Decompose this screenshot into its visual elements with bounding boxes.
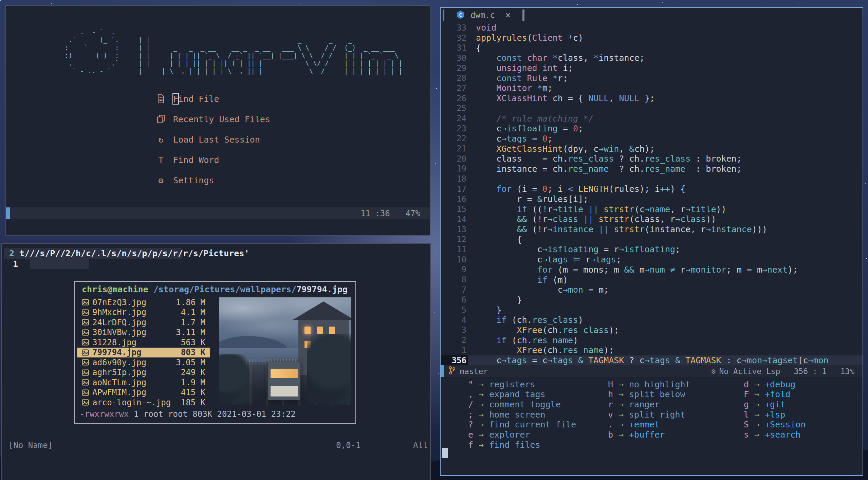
code-line: 13 && (!r→instance || strstr(instance, r… <box>441 224 863 235</box>
arrow-icon: → <box>754 380 759 389</box>
code-text: unsigned int i; <box>476 63 573 73</box>
menu-item-recently-used-files[interactable]: Recently Used Files <box>155 109 430 129</box>
menu-item-label: Load Last Session <box>173 135 260 145</box>
line-number: 25 <box>441 104 468 113</box>
file-row-799794.jpg[interactable]: 799794.jpg803 K <box>77 348 210 358</box>
whichkey-label: +fold <box>765 389 790 399</box>
whichkey-label: expand tags <box>489 389 546 399</box>
code-area[interactable]: 33void32applyrules(Client *c)31{30 const… <box>441 23 863 365</box>
panel-path: /storag/Pictures/wallpapers/ <box>148 284 297 294</box>
code-line: 19 instance = ch.res_name ? ch.res_name … <box>441 164 863 174</box>
menu-item-find-word[interactable]: TFind Word <box>155 150 430 170</box>
whichkey-key: s <box>716 430 749 440</box>
line-number: 32 <box>441 33 468 43</box>
whichkey-label: explorer <box>489 430 530 440</box>
whichkey-label: split right <box>629 410 685 420</box>
preview-tree-right <box>307 334 351 405</box>
image-file-icon <box>82 369 89 376</box>
arrow-icon: → <box>618 380 624 389</box>
file-size: 249 K <box>181 368 210 377</box>
whichkey-key: ? <box>441 420 473 429</box>
file-row-ad6v90y.jpg[interactable]: ad6v90y.jpg3.05 M <box>77 357 210 368</box>
file-name: 07nEzQ3.jpg <box>92 298 146 307</box>
arrow-icon: → <box>479 440 484 450</box>
window-lunarvim-dashboard[interactable]: . - ` . .` (_ `. | | _ _ _ : ` : | | _ _… <box>5 5 430 236</box>
code-text: XClassHint ch = { NULL, NULL }; <box>476 93 655 103</box>
whichkey-key: l <box>716 410 749 420</box>
whichkey-label: +buffer <box>629 430 665 440</box>
line2-highlight <box>30 259 89 269</box>
file-preview-panel: chris@machine /storag/Pictures/wallpaper… <box>74 281 356 424</box>
code-line: 2 if (ch.res_name) <box>441 335 863 345</box>
file-row-aoNcTLm.jpg[interactable]: aoNcTLm.jpg1.9 M <box>77 377 210 388</box>
file-size: 3.05 M <box>176 358 210 367</box>
word-icon: T <box>155 155 166 165</box>
code-text: if (m) <box>476 275 568 285</box>
whichkey-label: +emmet <box>629 420 660 429</box>
menu-item-load-last-session[interactable]: ↻Load Last Session <box>155 129 430 150</box>
whichkey-binding-F: F→+fold <box>716 389 849 400</box>
tab-dwm-c[interactable]: C dwm.c × <box>456 10 511 21</box>
code-line: 12 { <box>441 234 863 244</box>
line-col-position: 356 : 1 <box>794 367 827 376</box>
file-row-07nEzQ3.jpg[interactable]: 07nEzQ3.jpg1.86 M <box>77 297 210 308</box>
file-row-24LrDFQ.jpg[interactable]: 24LrDFQ.jpg1.7 M <box>77 317 210 328</box>
git-branch-icon <box>449 366 456 376</box>
line-number: 5 <box>441 305 468 315</box>
file-size: 415 K <box>181 388 210 397</box>
line-number: 13 <box>441 225 468 234</box>
file-row-aghr5Ip.jpg[interactable]: aghr5Ip.jpg249 K <box>77 368 210 378</box>
whichkey-key: ; <box>441 410 473 420</box>
whichkey-label: registers <box>489 380 535 389</box>
image-file-icon <box>82 309 89 316</box>
window-terminal-filepicker[interactable]: 2 t///s/P//2/h/c/.l/s/n/s/p/p/s/r/r/s/Pi… <box>1 243 431 480</box>
file-size: 1.9 M <box>181 378 210 387</box>
lunarvim-ascii-logo: . - ` . .` (_ `. | | _ _ _ : ` : | | _ _… <box>53 28 430 75</box>
code-line: 14 && (!r→class || strstr(class, r→class… <box>441 214 863 224</box>
window-editor-dwm[interactable]: C dwm.c × 33void32applyrules(Client *c)3… <box>440 7 863 476</box>
tab-close-icon[interactable]: × <box>505 11 511 20</box>
file-row-31228.jpg[interactable]: 31228.jpg563 K <box>77 337 210 348</box>
dashboard-menu: Find FileRecently Used Files↻Load Last S… <box>155 89 430 190</box>
whichkey-label: no highlight <box>629 380 690 389</box>
file-size: 1.86 M <box>176 298 210 307</box>
code-text: { <box>476 235 522 244</box>
menu-item-settings[interactable]: ⚙Settings <box>155 170 430 190</box>
cmdline-row: 2 t///s/P//2/h/c/.l/s/n/s/p/p/s/r/r/s/Pi… <box>2 248 249 258</box>
code-text: Monitor *m; <box>476 83 553 93</box>
line-number: 22 <box>441 134 468 143</box>
terminal-statusline: [No Name] 0,0-1 All <box>2 440 430 451</box>
arrow-icon: → <box>479 380 484 389</box>
line-number: 3 <box>441 325 468 335</box>
file-size: 4.1 M <box>181 308 210 317</box>
file-size: 563 K <box>181 338 210 347</box>
whichkey-binding-s: s→+search <box>716 430 849 440</box>
menu-item-label: Settings <box>173 176 214 185</box>
file-row-9hMxcHr.jpg[interactable]: 9hMxcHr.jpg4.1 M <box>77 308 210 318</box>
cmdline-line-number: 2 <box>9 248 14 258</box>
line-number: 23 <box>441 124 468 133</box>
preview-tree-left <box>219 354 250 405</box>
whichkey-key: / <box>441 400 473 409</box>
whichkey-label: +debug <box>765 380 795 389</box>
code-line: 31{ <box>441 43 863 53</box>
file-row-30iNVBw.jpg[interactable]: 30iNVBw.jpg3.11 M <box>77 328 210 338</box>
file-row-arco-login-~.jpg[interactable]: arco-login-~.jpg185 K <box>77 398 210 408</box>
image-file-icon <box>82 319 89 326</box>
whichkey-binding-;: ;→home screen <box>441 409 580 420</box>
panel-title: chris@machine /storag/Pictures/wallpaper… <box>82 284 355 294</box>
code-line: 27 Monitor *m; <box>441 83 863 93</box>
code-text: instance = ch.res_name ? ch.res_name : b… <box>476 164 742 174</box>
buffer-name: [No Name] <box>8 441 53 450</box>
cmdline-text <box>14 248 19 258</box>
line-number: 17 <box>441 184 468 194</box>
line-number: 33 <box>441 23 468 33</box>
whichkey-label: split below <box>629 389 685 399</box>
code-line: 7 c→mon = m; <box>441 285 863 295</box>
code-line: 17 for (i = 0; i < LENGTH(rules); i++) { <box>441 184 863 194</box>
statusline-position: 11 :36 <box>361 209 390 218</box>
menu-item-find-file[interactable]: Find File <box>155 89 430 109</box>
whichkey-binding-S: S→+Session <box>716 420 849 430</box>
file-row-APwFMIM.jpg[interactable]: APwFMIM.jpg415 K <box>77 388 210 398</box>
whichkey-binding-H: H→no highlight <box>580 379 716 389</box>
